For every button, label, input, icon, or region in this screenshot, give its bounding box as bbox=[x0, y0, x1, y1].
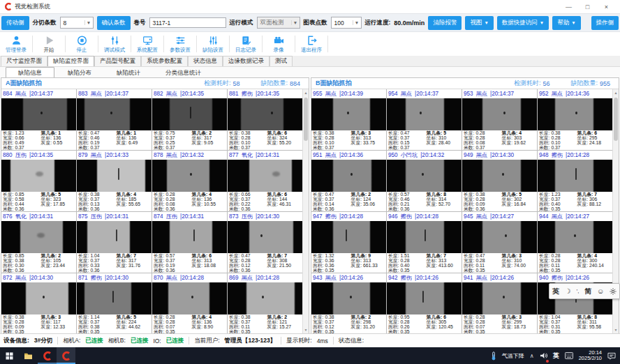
defect-cell[interactable]: 876 氧化 |20:14:31 长度: 0.85 宽度: 0.38 面积: 0… bbox=[1, 212, 77, 273]
defect-cell[interactable]: 880 压伤 |20:14:35 长度: 0.85 宽度: 0.58 面积: 0… bbox=[1, 151, 77, 212]
defect-image[interactable] bbox=[77, 98, 152, 130]
defect-settings-button[interactable]: 缺陷设置 bbox=[198, 32, 228, 56]
roll-number-input[interactable]: 3117-1 bbox=[149, 17, 226, 28]
tab-product-model-config[interactable]: 产品型号配置 bbox=[94, 56, 141, 66]
defect-cell[interactable]: 941 黑点 |20:14:26 长度: 0.28 宽度: 0.28 面积: 0… bbox=[462, 273, 538, 333]
defect-cell[interactable]: 873 压伤 |20:14:30 长度: 0.47 宽度: 0.28 面积: 0… bbox=[228, 212, 303, 273]
defect-cell[interactable]: 949 黑点 |20:14:30 长度: 0.38 宽度: 0.28 面积: 0… bbox=[462, 151, 538, 212]
defect-image[interactable] bbox=[538, 160, 612, 192]
defect-cell[interactable]: 870 黑点 |20:14:28 长度: 0.28 宽度: 0.28 面积: 0… bbox=[152, 273, 228, 333]
parameter-settings-button[interactable]: 参数设置 bbox=[165, 32, 195, 56]
minimize-button[interactable]: — bbox=[559, 3, 578, 10]
defect-cell[interactable]: 950 小凹坑 |20:14:32 长度: 0.57 宽度: 0.46 面积: … bbox=[387, 151, 462, 212]
view-menu-button[interactable]: 视图▼ bbox=[465, 16, 493, 30]
defect-cell[interactable]: 953 黑点 |20:14:37 长度: 0.28 宽度: 0.28 面积: 0… bbox=[462, 89, 538, 151]
weather-ticker[interactable]: 气温下降 bbox=[502, 352, 524, 360]
defect-cell[interactable]: 882 黑点 |20:14:35 长度: 0.75 宽度: 0.37 面积: 0… bbox=[152, 89, 228, 151]
defect-image[interactable] bbox=[311, 221, 386, 253]
defect-cell[interactable]: 872 黑点 |20:14:30 长度: 0.38 宽度: 0.28 面积: 0… bbox=[1, 273, 77, 333]
ime-emoji-icon[interactable]: ☺ bbox=[597, 287, 604, 295]
defect-image[interactable] bbox=[387, 98, 462, 130]
defect-cell[interactable]: 945 黑点 |20:14:27 长度: 0.47 宽度: 0.28 面积: 0… bbox=[462, 212, 538, 273]
defect-image[interactable] bbox=[228, 160, 302, 192]
defect-cell[interactable]: 942 擦伤 |20:14:26 长度: 0.95 宽度: 0.28 面积: 0… bbox=[387, 273, 462, 333]
system-config-button[interactable]: 系统配置 bbox=[133, 32, 162, 56]
close-button[interactable]: × bbox=[597, 3, 616, 10]
scroll-down-icon[interactable]: ▼ bbox=[613, 328, 619, 332]
start-button[interactable]: 开始 bbox=[34, 32, 64, 56]
data-shortcut-menu-button[interactable]: 数据快捷访问▼ bbox=[497, 16, 549, 30]
ime-halfmoon-icon[interactable]: ☽ bbox=[565, 287, 571, 295]
ime-punctuation-mode[interactable]: ’, bbox=[576, 288, 579, 294]
operator-side-button[interactable]: 操作侧 bbox=[591, 16, 619, 30]
action-center-icon[interactable] bbox=[607, 352, 616, 360]
defect-cell[interactable]: 878 黑点 |20:14:32 长度: 0.28 宽度: 0.28 面积: 0… bbox=[152, 151, 228, 212]
defect-cell[interactable]: 952 黑点 |20:14:36 长度: 0.38 宽度: 0.28 面积: 0… bbox=[538, 89, 613, 151]
defect-image[interactable] bbox=[1, 160, 76, 192]
defect-image[interactable] bbox=[228, 282, 302, 314]
strip-count-select[interactable]: 8▼ bbox=[60, 17, 94, 29]
drive-side-button[interactable]: 传动侧 bbox=[1, 16, 29, 30]
defect-image[interactable] bbox=[311, 282, 386, 314]
defect-cell[interactable]: 946 擦伤 |20:14:28 长度: 1.51 宽度: 0.28 面积: 0… bbox=[387, 212, 462, 273]
tab-test[interactable]: 测试 bbox=[270, 56, 293, 66]
defect-image[interactable] bbox=[462, 160, 537, 192]
defect-image[interactable] bbox=[77, 160, 152, 192]
video-record-button[interactable]: 录像 bbox=[264, 32, 293, 56]
tray-expand-icon[interactable]: ∧ bbox=[530, 353, 534, 359]
vision-app-button[interactable] bbox=[38, 347, 57, 364]
defect-image[interactable] bbox=[311, 98, 386, 130]
defect-cell[interactable]: 869 黑点 |20:14:28 长度: 0.38 宽度: 0.37 面积: 0… bbox=[228, 273, 303, 333]
defect-image[interactable] bbox=[311, 160, 386, 192]
confirm-strips-button[interactable]: 确认条数 bbox=[97, 16, 131, 30]
defect-cell[interactable]: 881 擦伤 |20:14:35 长度: 0.38 宽度: 0.28 面积: 0… bbox=[228, 89, 303, 151]
defect-cell[interactable]: 947 擦伤 |20:14:28 长度: 1.32 宽度: 0.36 面积: 0… bbox=[311, 212, 387, 273]
ime-english-mode[interactable]: 英 bbox=[552, 287, 559, 296]
defect-image[interactable] bbox=[228, 221, 302, 253]
defect-image[interactable] bbox=[387, 160, 462, 192]
vision-app-button-active[interactable] bbox=[57, 347, 75, 364]
defect-cell[interactable]: 951 黑点 |20:14:36 长度: 0.47 宽度: 0.37 面积: 0… bbox=[311, 151, 387, 212]
defect-cell[interactable]: 879 黑点 |20:14:33 长度: 0.38 宽度: 0.37 面积: 0… bbox=[77, 151, 152, 212]
scroll-down-icon[interactable]: ▼ bbox=[303, 328, 309, 332]
touch-keyboard-icon[interactable] bbox=[565, 352, 573, 359]
defect-image[interactable] bbox=[152, 221, 227, 253]
run-mode-select[interactable]: 双面检测▼ bbox=[257, 17, 300, 29]
defect-image[interactable] bbox=[77, 221, 152, 253]
defect-cell[interactable]: 883 黑点 |20:14:37 长度: 0.47 宽度: 0.46 面积: 0… bbox=[77, 89, 152, 151]
ime-gear-icon[interactable] bbox=[610, 288, 617, 295]
volume-icon[interactable] bbox=[540, 349, 547, 362]
chart-points-select[interactable]: 100▼ bbox=[331, 17, 362, 29]
panel-scrollbar[interactable]: ▲ ▼ bbox=[302, 89, 309, 333]
defect-cell[interactable]: 955 黑点 |20:14:39 长度: 0.38 宽度: 0.28 面积: 0… bbox=[311, 89, 387, 151]
defect-cell[interactable]: 943 黑点 |20:14:26 长度: 0.38 宽度: 0.37 面积: 0… bbox=[311, 273, 387, 333]
defect-image[interactable] bbox=[387, 282, 462, 314]
exit-program-button[interactable]: 退出程序 bbox=[297, 32, 326, 56]
admin-login-button[interactable]: 管理登录 bbox=[1, 32, 31, 56]
maximize-button[interactable]: □ bbox=[578, 3, 597, 10]
tab-edge-data-record[interactable]: 边缘数据记录 bbox=[223, 56, 270, 66]
help-menu-button[interactable]: 帮助▼ bbox=[552, 16, 580, 30]
log-record-button[interactable]: 日志记录 bbox=[231, 32, 260, 56]
defect-image[interactable] bbox=[462, 282, 537, 314]
ime-language-indicator[interactable]: 英 bbox=[553, 351, 559, 361]
defect-cell[interactable]: 940 擦伤 |20:14:26 长度: 1.04 宽度: 0.37 面积: 0… bbox=[538, 273, 613, 333]
defect-image[interactable] bbox=[152, 98, 227, 130]
defect-cell[interactable]: 874 压伤 |20:14:31 长度: 0.57 宽度: 0.37 面积: 0… bbox=[152, 212, 228, 273]
defect-image[interactable] bbox=[1, 282, 76, 314]
file-explorer-button[interactable] bbox=[19, 347, 38, 364]
clear-alarm-button[interactable]: 清除报警 bbox=[428, 16, 462, 30]
defect-image[interactable] bbox=[462, 98, 537, 130]
defect-image[interactable] bbox=[462, 221, 537, 253]
defect-cell[interactable]: 875 压伤 |20:14:31 长度: 1.04 宽度: 0.37 面积: 0… bbox=[77, 212, 152, 273]
defect-image[interactable] bbox=[1, 98, 76, 130]
tab-size-monitor[interactable]: 尺寸监控界面 bbox=[1, 56, 47, 66]
tab-status-info[interactable]: 状态信息 bbox=[188, 56, 223, 66]
defect-image[interactable] bbox=[538, 98, 612, 130]
defect-image[interactable] bbox=[228, 98, 302, 130]
defect-image[interactable] bbox=[1, 221, 76, 253]
defect-cell[interactable]: 948 擦伤 |20:14:28 长度: 1.23 宽度: 0.37 面积: 0… bbox=[538, 151, 613, 212]
defect-cell[interactable]: 884 黑点 |20:14:37 长度: 1.23 宽度: 0.66 面积: 0… bbox=[1, 89, 77, 151]
defect-image[interactable] bbox=[538, 221, 612, 253]
scroll-up-icon[interactable]: ▲ bbox=[613, 91, 619, 95]
